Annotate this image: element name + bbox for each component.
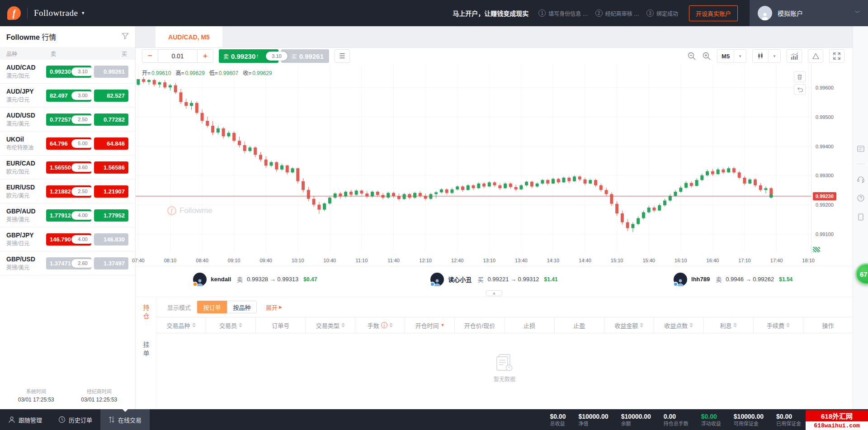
buy-price-badge[interactable]: 0.77282 xyxy=(94,113,128,126)
column-header-手续费[interactable]: 手续费 xyxy=(753,317,803,333)
watchlist-row[interactable]: GBP/AUD英镑/澳元1.779124.001.77952 xyxy=(0,203,135,227)
watchlist-title: Followme 行情 xyxy=(6,31,56,42)
symbol-block: AUD/USD澳元/美元 xyxy=(0,112,46,128)
by-symbol-button[interactable]: 按品种 xyxy=(227,301,257,313)
bottom-nav-clock[interactable]: 历史订单 xyxy=(50,409,100,430)
splitter-handle[interactable]: ▲ xyxy=(486,290,502,296)
site-watermark: 618外汇网 618waihui.com xyxy=(806,410,868,430)
watchlist-row[interactable]: AUD/USD澳元/美元0.772572.500.77282 xyxy=(0,108,135,132)
stat-value: $10000.00 xyxy=(734,413,764,421)
stat-label: 浮动收益 xyxy=(701,421,721,427)
column-header-收益点数[interactable]: 收益点数 xyxy=(654,317,703,333)
expand-link[interactable]: 展开▶ xyxy=(266,303,282,312)
orders-table-body: 暂无数据 xyxy=(156,333,853,409)
drawing-tools-icon[interactable] xyxy=(808,49,823,63)
price-axis[interactable]: 0.996000.995000.994000.993000.992000.991… xyxy=(811,64,853,254)
watchlist-row[interactable]: AUD/CAD澳元/加元0.992303.100.99261 xyxy=(0,60,135,84)
indicators-icon[interactable] xyxy=(787,49,802,63)
col-sell: 卖 xyxy=(51,50,96,57)
filter-icon[interactable] xyxy=(122,32,129,41)
trade-prices: 0.99221 → 0.99312 xyxy=(487,276,539,283)
brand-title: Followtrade xyxy=(34,8,78,18)
watchlist-row[interactable]: EUR/CAD欧元/加元1.565503.601.56586 xyxy=(0,156,135,180)
current-price-tag: 0.99230 xyxy=(813,192,836,200)
symbol-name-cn: 澳元/日元 xyxy=(6,96,46,104)
timeframe-value: M5 xyxy=(717,50,734,62)
time-axis-label: 15:40 xyxy=(642,258,655,263)
zoom-out-icon[interactable] xyxy=(687,52,696,61)
trader-name: kendall xyxy=(211,276,231,283)
broker-time: 经纪商时间 03/01 12:25:53 xyxy=(68,387,131,403)
mobile-app-icon[interactable] xyxy=(857,213,865,221)
buy-price-badge[interactable]: 1.21907 xyxy=(94,185,128,198)
trader-card[interactable]: 读心小丑买0.99221 → 0.99312$1.41 xyxy=(375,273,614,286)
stat-label: 净值 xyxy=(578,421,608,427)
chat-float-button[interactable]: 67 xyxy=(855,263,868,285)
info-icon[interactable]: i xyxy=(381,322,387,328)
tab-positions[interactable]: 持仓 xyxy=(142,304,151,321)
column-header-交易品种[interactable]: 交易品种 xyxy=(156,317,206,333)
account-switcher[interactable]: 模拟账户 ﹀ xyxy=(750,0,868,26)
column-header-止盈[interactable]: 止盈 xyxy=(554,317,604,333)
watchlist-row[interactable]: UKOil布伦特原油64.7965.0064.846 xyxy=(0,132,135,156)
buy-price-badge[interactable]: 1.77952 xyxy=(94,209,128,222)
watchlist-row[interactable]: AUD/JPY澳元/日元82.4973.0082.527 xyxy=(0,84,135,108)
bottom-nav-arrows[interactable]: 在线交易 xyxy=(100,409,150,430)
lot-value[interactable]: 0.01 xyxy=(158,50,198,62)
trade-side: 卖 xyxy=(237,275,243,284)
buy-price-badge[interactable]: 1.56586 xyxy=(94,161,128,174)
column-header-订单号[interactable]: 订单号 xyxy=(255,317,305,333)
column-header-收益金额[interactable]: 收益金额 xyxy=(604,317,654,333)
tab-aud-cad-m5[interactable]: AUD/CAD, M5 xyxy=(156,26,222,47)
chart-type-select[interactable]: ▼ xyxy=(752,49,781,63)
undo-icon[interactable] xyxy=(794,84,806,95)
buy-price-badge[interactable]: 82.527 xyxy=(94,90,128,102)
chart-canvas[interactable] xyxy=(136,64,811,254)
trader-card[interactable]: kendall卖0.99328 → 0.99313$0.47 xyxy=(136,273,375,286)
help-icon[interactable] xyxy=(857,194,865,202)
column-header-利息[interactable]: 利息 xyxy=(703,317,753,333)
watchlist-row[interactable]: GBP/USD英镑/美元1.374712.601.37497 xyxy=(0,251,135,275)
lot-increase-button[interactable]: + xyxy=(198,50,213,62)
lot-decrease-button[interactable]: − xyxy=(142,50,158,62)
support-headset-icon[interactable] xyxy=(857,175,865,183)
column-header-止损[interactable]: 止损 xyxy=(505,317,554,333)
symbol-name: AUD/USD xyxy=(6,112,46,119)
time-axis-label: 15:10 xyxy=(611,258,623,263)
column-header-交易员[interactable]: 交易员 xyxy=(206,317,255,333)
app: f Followtrade ▼ 马上开户，让赚钱变成现实 1填写身份信息 …2经… xyxy=(0,0,868,430)
by-order-button[interactable]: 按订单 xyxy=(197,301,227,313)
buy-price-badge[interactable]: 64.846 xyxy=(94,137,128,150)
news-icon[interactable] xyxy=(857,145,865,153)
symbol-name: AUD/CAD xyxy=(6,64,46,71)
timeframe-select[interactable]: M5 ▼ xyxy=(717,49,746,63)
open-real-account-button[interactable]: 开设真实账户 xyxy=(689,5,738,21)
watchlist-row[interactable]: EUR/USD欧元/美元1.218822.501.21907 xyxy=(0,180,135,203)
column-header-交易类型[interactable]: 交易类型 xyxy=(305,317,355,333)
buy-price-badge[interactable]: 1.37497 xyxy=(94,257,128,269)
delete-drawing-icon[interactable] xyxy=(794,71,806,82)
trade-side: 卖 xyxy=(716,275,722,284)
spread-badge: 3.00 xyxy=(71,91,94,100)
stat-label: 已用保证金 xyxy=(776,421,801,427)
column-header-开仓价/现价[interactable]: 开仓价/现价 xyxy=(454,317,504,333)
trade-profit: $0.47 xyxy=(303,276,317,283)
bottom-nav-person[interactable]: 跟随管理 xyxy=(0,409,50,430)
column-header-开仓时间[interactable]: 开仓时间▼ xyxy=(405,317,454,333)
column-header-操作[interactable]: 操作 xyxy=(803,317,853,333)
stat-value: $0.00 xyxy=(550,413,566,421)
zoom-in-icon[interactable] xyxy=(702,52,711,61)
buy-button[interactable]: 买0.99261 xyxy=(281,49,329,63)
buy-price-badge[interactable]: 0.99261 xyxy=(94,66,128,78)
order-menu-button[interactable]: ☰ xyxy=(335,49,350,63)
symbol-name: GBP/USD xyxy=(6,255,46,263)
watchlist-row[interactable]: GBP/JPY英镑/日元146.7904.00146.830 xyxy=(0,227,135,251)
fullscreen-icon[interactable] xyxy=(829,49,844,63)
time-axis[interactable]: 07:4008:1008:4009:1009:4010:1010:4011:10… xyxy=(136,254,811,266)
brand-menu[interactable]: f Followtrade ▼ xyxy=(0,6,85,20)
trader-card[interactable]: lhh789卖0.9946 → 0.99262$1.54 xyxy=(613,273,853,286)
column-header-手数[interactable]: 手数i xyxy=(355,317,405,333)
buy-price-badge[interactable]: 146.830 xyxy=(94,233,128,246)
tab-pending-orders[interactable]: 挂单 xyxy=(142,341,151,359)
time-axis-label: 13:40 xyxy=(515,258,528,263)
